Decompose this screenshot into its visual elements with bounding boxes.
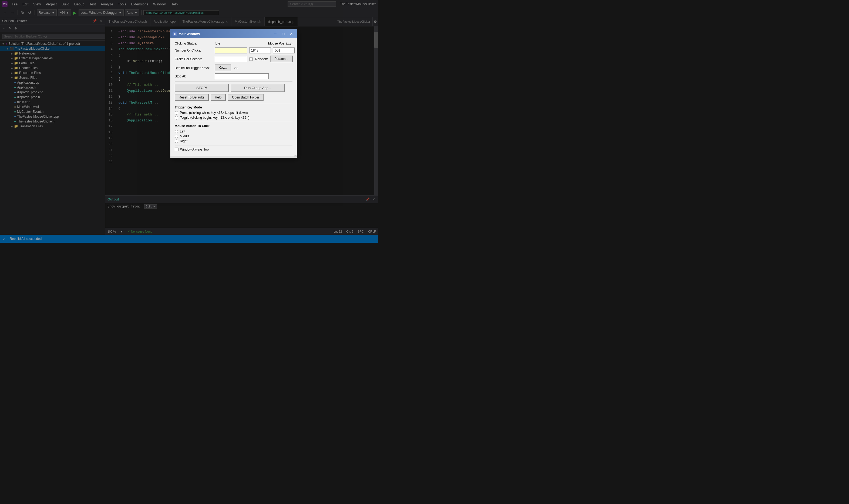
dropdown-arrow-icon: ▼	[52, 11, 55, 15]
header-files-label: Header Files	[19, 66, 37, 70]
tree-project[interactable]: ▼ ⬛ TheFastestMouseClicker	[0, 46, 105, 51]
tree-form-files[interactable]: ▶ 📁 Form Files	[0, 61, 105, 66]
tab-application-cpp[interactable]: Application.cpp	[151, 17, 179, 26]
menu-view[interactable]: View	[31, 1, 43, 7]
menu-file[interactable]: File	[10, 1, 20, 7]
configuration-dropdown[interactable]: Release ▼	[37, 10, 57, 16]
output-source-select[interactable]: Build	[144, 204, 157, 209]
tree-resource-files[interactable]: ▶ 📁 Resource Files	[0, 70, 105, 75]
close-output-button[interactable]: ✕	[371, 197, 376, 201]
menu-debug[interactable]: Debug	[72, 1, 87, 7]
random-checkbox[interactable]	[249, 57, 253, 61]
se-search-input[interactable]	[2, 34, 105, 39]
zoom-dropdown-icon[interactable]: ▼	[120, 230, 123, 233]
project-expand-icon: ▼	[5, 47, 10, 50]
tab-tfmc-cpp[interactable]: TheFastestMouseClicker.cpp ✕	[179, 17, 231, 26]
tree-mainwindow-ui[interactable]: ● MainWindow.ui	[0, 104, 105, 109]
mouse-pos-label: Mouse Pos. (x,y)	[223, 41, 292, 45]
forward-button[interactable]: →	[9, 10, 16, 16]
tab-dispatch-cpp[interactable]: dispatch_proc.cpp	[265, 17, 298, 26]
show-output-label: Show output from:	[107, 204, 141, 208]
modal-resize-grip[interactable]: ⊡	[170, 156, 297, 158]
tab-tfmc-cpp-label: TheFastestMouseClicker.cpp	[182, 20, 224, 23]
tree-references[interactable]: ▶ 📁 References	[0, 51, 105, 56]
clicking-status-label: Clicking Status:	[175, 41, 212, 45]
tree-dispatch-h[interactable]: ● dispatch_proc.h	[0, 95, 105, 100]
pin-output-button[interactable]: 📌	[365, 197, 370, 201]
clicking-status-value: Idle	[215, 41, 220, 45]
reset-button[interactable]: Reset To Defaults	[175, 94, 209, 101]
modal-minimize-button[interactable]: ─	[272, 31, 278, 37]
redo-button[interactable]: ↺	[27, 10, 33, 16]
se-back-button[interactable]: ←	[1, 26, 7, 31]
modal-close-button[interactable]: ✕	[288, 31, 295, 37]
open-batch-button[interactable]: Open Batch Folder	[228, 94, 263, 101]
key-value: 32	[235, 66, 238, 70]
menu-help[interactable]: Help	[168, 1, 180, 7]
references-icon: 📁	[14, 52, 18, 55]
menu-project[interactable]: Project	[44, 1, 58, 7]
tree-application-cpp[interactable]: ● Application.cpp	[0, 80, 105, 85]
right-radio[interactable]	[175, 140, 178, 143]
middle-radio[interactable]	[175, 134, 178, 138]
help-button[interactable]: Help	[211, 94, 226, 101]
modal-window: ■ MainWindow ─ □ ✕ Clicking Status: Idle…	[170, 29, 297, 158]
toggle-radio[interactable]	[175, 116, 178, 120]
cps-input[interactable]	[215, 56, 247, 62]
menu-analyze[interactable]: Analyze	[99, 1, 115, 7]
left-radio[interactable]	[175, 130, 178, 133]
tree-translation-files[interactable]: ▶ 📁 Translation Files	[0, 124, 105, 129]
key-button[interactable]: Key...	[215, 65, 231, 71]
ext-deps-icon: 📁	[14, 56, 18, 60]
tab-tfmc-h[interactable]: TheFastestMouseClicker.h	[105, 17, 151, 26]
mouse-y-input[interactable]	[273, 48, 295, 53]
tfmc-h-icon: ●	[14, 120, 16, 123]
solution-explorer-panel: Solution Explorer 📌 ✕ ← ↻ ⚙ ▼ ■ Solution…	[0, 17, 105, 235]
global-search-input[interactable]	[288, 1, 336, 7]
tree-solution[interactable]: ▼ ■ Solution 'TheFastestMouseClicker' (1…	[0, 41, 105, 46]
secondary-tab[interactable]: TheFastestMouseClicker	[335, 17, 372, 26]
tab-mycustomevent[interactable]: MyCustomEvent.h	[231, 17, 265, 26]
se-refresh-button[interactable]: ↻	[7, 26, 13, 31]
se-properties-button[interactable]: ⚙	[13, 26, 18, 31]
tab-settings-btn[interactable]: ⚙	[372, 17, 378, 26]
url-input[interactable]	[143, 10, 219, 15]
stop-at-input[interactable]	[215, 73, 269, 79]
back-button[interactable]: ←	[2, 10, 8, 16]
run-group-button[interactable]: Run Group App...	[231, 84, 285, 92]
tree-dispatch-cpp[interactable]: ● dispatch_proc.cpp	[0, 90, 105, 95]
h-file-icon: ●	[14, 86, 16, 89]
tab-tfmc-cpp-close[interactable]: ✕	[226, 20, 228, 23]
architecture-dropdown[interactable]: x64 ▼	[58, 10, 71, 16]
start-debug-button[interactable]: ▶	[72, 10, 77, 16]
press-radio[interactable]	[175, 111, 178, 115]
always-top-checkbox[interactable]	[175, 148, 178, 151]
menu-build[interactable]: Build	[59, 1, 72, 7]
tree-mycustomevent-h[interactable]: ● MyCustomEvent.h	[0, 109, 105, 114]
editor-scrollbar[interactable]	[374, 26, 378, 195]
menu-edit[interactable]: Edit	[20, 1, 31, 7]
stop-button[interactable]: STOP!	[175, 84, 229, 92]
tree-source-files[interactable]: ▼ 📁 Source Files	[0, 75, 105, 80]
menu-tools[interactable]: Tools	[116, 1, 128, 7]
pin-button[interactable]: 📌	[92, 19, 98, 23]
menu-test[interactable]: Test	[87, 1, 98, 7]
debugger-label: Local Windows Debugger	[81, 11, 118, 15]
tree-external-deps[interactable]: ▶ 📁 External Dependencies	[0, 56, 105, 61]
tree-application-h[interactable]: ● Application.h	[0, 85, 105, 90]
params-button[interactable]: Params...	[270, 56, 292, 62]
debugger-dropdown[interactable]: Local Windows Debugger ▼	[79, 10, 124, 16]
tree-header-files[interactable]: ▶ 📁 Header Files	[0, 66, 105, 70]
zoom-level: 100 %	[107, 230, 116, 233]
tree-tfmc-cpp[interactable]: ● TheFastestMouseClicker.cpp	[0, 114, 105, 119]
menu-extensions[interactable]: Extensions	[129, 1, 151, 7]
close-panel-button[interactable]: ✕	[99, 19, 103, 23]
config-dropdown[interactable]: Auto ▼	[125, 10, 140, 16]
modal-maximize-button[interactable]: □	[280, 31, 287, 37]
mouse-x-input[interactable]	[249, 48, 271, 53]
num-clicks-input[interactable]	[215, 48, 247, 53]
undo-button[interactable]: ↻	[20, 10, 25, 16]
tree-tfmc-h[interactable]: ● TheFastestMouseClicker.h	[0, 119, 105, 124]
menu-window[interactable]: Window	[151, 1, 168, 7]
tree-main-cpp[interactable]: ● main.cpp	[0, 100, 105, 104]
